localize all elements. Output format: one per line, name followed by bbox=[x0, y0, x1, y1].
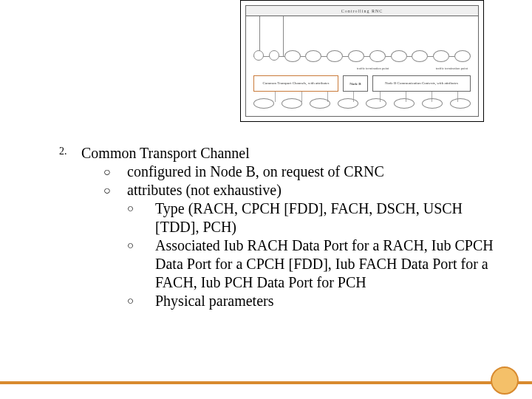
diagram-box-row: Common Transport Channels, with attribut… bbox=[253, 75, 471, 92]
accent-line bbox=[0, 381, 532, 384]
sub-item-text: configured in Node B, on request of CRNC bbox=[127, 163, 495, 181]
diagram-ellipse bbox=[253, 98, 274, 109]
subsub-item-text: Associated Iub RACH Data Port for a RACH… bbox=[155, 236, 495, 292]
list-item: 2. Common Transport Channel ○ configured… bbox=[59, 144, 495, 310]
diagram-ellipse bbox=[310, 98, 330, 109]
item-number: 2. bbox=[59, 144, 81, 157]
diagram-ellipse bbox=[366, 98, 386, 109]
sub-item: ○ configured in Node B, on request of CR… bbox=[81, 163, 495, 181]
diagram-nodeb-box: Node B bbox=[343, 75, 368, 92]
item-body: Common Transport Channel ○ configured in… bbox=[81, 144, 495, 310]
diagram-ellipse bbox=[454, 50, 471, 62]
diagram-ellipse bbox=[269, 50, 279, 61]
architecture-diagram: Controlling RNC traffic termination poin… bbox=[240, 0, 484, 122]
bullet-icon: ○ bbox=[127, 292, 155, 310]
diagram-ellipse bbox=[433, 50, 449, 62]
diagram-term-label: traffic termination point bbox=[357, 66, 389, 70]
accent-circle-icon bbox=[491, 366, 519, 395]
diagram-bottom-ellipses bbox=[253, 98, 471, 109]
diagram-ellipse bbox=[327, 50, 343, 62]
subsub-item-text: Physical parameters bbox=[155, 292, 495, 310]
diagram-ellipse bbox=[422, 98, 443, 109]
item-title: Common Transport Channel bbox=[81, 144, 495, 163]
sub-item: ○ attributes (not exhaustive) bbox=[81, 181, 495, 200]
subsub-item: ○ Physical parameters bbox=[81, 292, 495, 310]
content: 2. Common Transport Channel ○ configured… bbox=[59, 144, 495, 310]
diagram-common-transport-box: Common Transport Channels, with attribut… bbox=[253, 75, 338, 92]
subsub-item: ○ Associated Iub RACH Data Port for a RA… bbox=[81, 236, 495, 292]
diagram-ellipse bbox=[394, 98, 415, 109]
diagram-ellipse bbox=[282, 98, 302, 109]
slide: Controlling RNC traffic termination poin… bbox=[0, 0, 532, 399]
bullet-icon: ○ bbox=[127, 236, 155, 255]
diagram-ellipse bbox=[253, 50, 264, 61]
diagram-ellipse bbox=[450, 98, 471, 109]
bullet-icon: ○ bbox=[103, 181, 127, 200]
diagram-ellipse bbox=[348, 50, 364, 62]
diagram-outer: Controlling RNC traffic termination poin… bbox=[245, 5, 479, 117]
diagram-header: Controlling RNC bbox=[246, 6, 478, 16]
diagram-commctx-box: Node B Communication Contexts, with attr… bbox=[372, 75, 471, 92]
diagram-ellipse bbox=[284, 50, 301, 62]
diagram-ellipse bbox=[412, 50, 428, 62]
sub-item-text: attributes (not exhaustive) bbox=[127, 181, 495, 200]
bullet-icon: ○ bbox=[103, 163, 127, 181]
diagram-ellipse bbox=[338, 98, 358, 109]
diagram-term-label: traffic termination point bbox=[436, 66, 468, 70]
bullet-icon: ○ bbox=[127, 200, 155, 218]
diagram-ellipse bbox=[391, 50, 407, 62]
subsub-item: ○ Type (RACH, CPCH [FDD], FACH, DSCH, US… bbox=[81, 200, 495, 236]
subsub-item-text: Type (RACH, CPCH [FDD], FACH, DSCH, USCH… bbox=[155, 200, 495, 236]
diagram-ellipse bbox=[305, 50, 321, 62]
diagram-ellipse bbox=[369, 50, 386, 62]
